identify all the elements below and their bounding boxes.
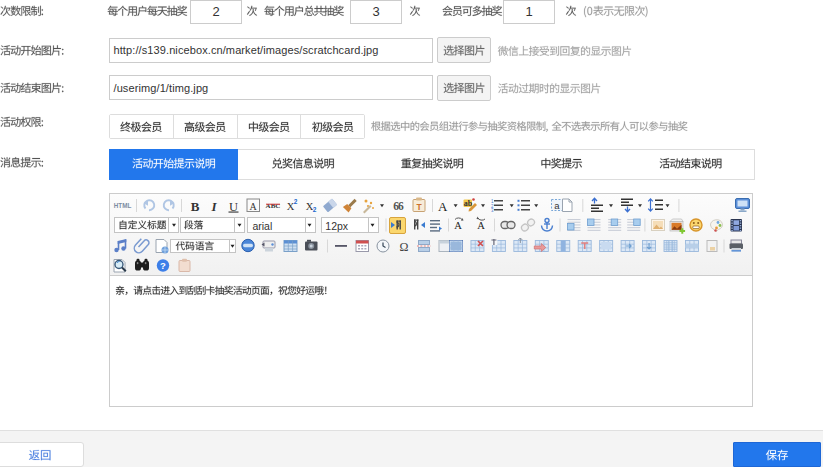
svg-text:?: ? (160, 260, 166, 271)
svg-text:U: U (229, 200, 238, 214)
svg-text:A: A (250, 201, 258, 212)
svg-text:A: A (477, 220, 485, 231)
svg-text:66: 66 (393, 200, 404, 212)
svg-text:Ω: Ω (400, 240, 409, 254)
svg-text:B: B (191, 199, 200, 214)
svg-text:2: 2 (294, 198, 298, 205)
svg-text:A: A (454, 220, 462, 231)
svg-text:2: 2 (313, 206, 317, 213)
svg-text:T: T (416, 202, 422, 212)
svg-text:HTML: HTML (114, 202, 132, 209)
svg-text:3: 3 (491, 208, 494, 213)
svg-text:a: a (554, 200, 560, 211)
svg-text:A: A (438, 199, 448, 214)
svg-text:I: I (210, 199, 217, 214)
svg-text:ABC: ABC (266, 202, 281, 210)
